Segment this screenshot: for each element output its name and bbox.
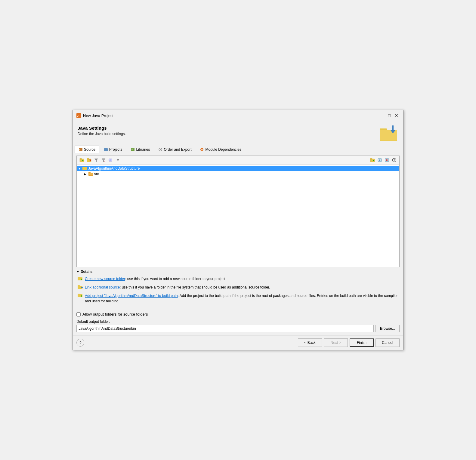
svg-rect-47 xyxy=(78,277,80,278)
svg-text:?: ? xyxy=(394,159,395,162)
help-button[interactable]: ? xyxy=(76,339,84,347)
svg-text:⇒: ⇒ xyxy=(81,286,83,289)
header-section: Java Settings Define the Java build sett… xyxy=(73,121,403,145)
tab-projects[interactable]: Projects xyxy=(100,146,126,153)
footer: ? < Back Next > Finish Cancel xyxy=(73,335,403,350)
details-title: Details xyxy=(81,270,92,274)
tab-order-export[interactable]: Order and Export xyxy=(154,146,195,153)
tab-module-deps[interactable]: M Module Dependencies xyxy=(196,146,245,153)
tab-projects-label: Projects xyxy=(109,147,122,152)
cancel-button[interactable]: Cancel xyxy=(376,338,400,347)
svg-marker-26 xyxy=(94,159,98,162)
allow-output-label[interactable]: Allow output folders for source folders xyxy=(82,312,148,316)
tree-content: ▼ JavaAlgorithmAndDataStructure ▶ xyxy=(77,165,399,267)
svg-rect-12 xyxy=(131,149,134,149)
add-source-folder-button[interactable]: + xyxy=(79,157,85,163)
src-folder-icon xyxy=(88,172,93,176)
svg-rect-21 xyxy=(80,158,82,159)
add-project-icon: + xyxy=(78,293,83,299)
tab-module-deps-label: Module Dependencies xyxy=(205,147,241,152)
bottom-section: Allow output folders for source folders … xyxy=(73,309,403,335)
dropdown-button[interactable] xyxy=(115,157,121,163)
details-item-add-project: + Add project 'JavaAlgorithmAndDataStruc… xyxy=(76,293,400,304)
allow-output-folders-row: Allow output folders for source folders xyxy=(76,312,400,316)
next-button[interactable]: Next > xyxy=(324,338,348,347)
minimize-button[interactable]: – xyxy=(379,113,385,119)
project-icon xyxy=(82,166,87,171)
svg-rect-45 xyxy=(89,173,93,175)
back-button[interactable]: < Back xyxy=(298,338,322,347)
svg-text:S: S xyxy=(79,149,81,151)
svg-text:×: × xyxy=(104,160,105,162)
src-label: src xyxy=(94,172,99,176)
details-arrow: ▼ xyxy=(76,270,79,273)
svg-rect-53 xyxy=(78,294,80,295)
svg-rect-10 xyxy=(105,148,106,149)
filter1-button[interactable] xyxy=(93,157,100,163)
remove2-button[interactable]: × xyxy=(384,157,390,163)
svg-text:+: + xyxy=(379,159,380,162)
help-toolbar-button[interactable]: ? xyxy=(391,157,397,163)
finish-button[interactable]: Finish xyxy=(350,338,374,347)
details-item-add-project-text: Add project 'JavaAlgorithmAndDataStructu… xyxy=(85,293,400,304)
svg-rect-33 xyxy=(370,158,372,159)
maximize-button[interactable]: □ xyxy=(386,113,392,119)
allow-output-checkbox[interactable] xyxy=(76,312,81,316)
source-tab-icon: S xyxy=(79,147,83,152)
compile-button[interactable]: J xyxy=(107,157,114,163)
details-header[interactable]: ▼ Details xyxy=(76,270,400,274)
svg-text:+: + xyxy=(81,278,82,281)
tree-section: + × × J xyxy=(76,156,400,267)
page-title: Java Settings xyxy=(78,125,126,131)
tab-libraries-label: Libraries xyxy=(136,147,150,152)
create-new-source-desc: : use this if you want to add a new sour… xyxy=(125,277,226,281)
project-label: JavaAlgorithmAndDataStructure xyxy=(88,166,140,171)
details-item-create-text: Create new source folder: use this if yo… xyxy=(85,276,400,282)
libraries-tab-icon xyxy=(131,147,135,152)
create-new-source-link[interactable]: Create new source folder xyxy=(85,277,125,281)
footer-buttons: < Back Next > Finish Cancel xyxy=(298,338,400,347)
add3-button[interactable]: + xyxy=(376,157,383,163)
close-button[interactable]: ✕ xyxy=(394,113,400,119)
order-export-tab-icon xyxy=(158,147,162,152)
details-item-create: + Create new source folder: use this if … xyxy=(76,276,400,282)
tree-toolbar-right: + + × ? xyxy=(369,157,397,163)
filter2-button[interactable]: × xyxy=(100,157,107,163)
svg-text:×: × xyxy=(89,159,91,162)
svg-text:J: J xyxy=(77,114,79,117)
link-additional-source-desc: : use this if you have a folder in the f… xyxy=(120,285,270,289)
tree-item-src[interactable]: ▶ src xyxy=(83,171,399,177)
svg-text:M: M xyxy=(201,149,203,151)
svg-text:+: + xyxy=(373,159,374,162)
browse-button[interactable]: Browse... xyxy=(376,325,400,332)
svg-rect-24 xyxy=(87,158,89,159)
output-folder-label-row: Default output folder: xyxy=(76,320,400,324)
java-icon: J xyxy=(76,113,81,118)
main-window: J New Java Project – □ ✕ Java Settings D… xyxy=(73,110,403,350)
remove-source-folder-button[interactable]: × xyxy=(86,157,92,163)
add-project-link[interactable]: Add project 'JavaAlgorithmAndDataStructu… xyxy=(85,294,178,298)
output-folder-input[interactable] xyxy=(76,325,374,332)
link-additional-source-link[interactable]: Link additional source xyxy=(85,285,120,289)
tree-item-project[interactable]: ▼ JavaAlgorithmAndDataStructure xyxy=(77,166,399,171)
expand-arrow-project: ▼ xyxy=(78,167,82,170)
create-source-icon: + xyxy=(78,276,83,282)
tree-toolbar: + × × J xyxy=(77,156,399,165)
folder-icon-large xyxy=(379,125,398,142)
projects-tab-icon xyxy=(104,147,108,152)
output-folder-label: Default output folder: xyxy=(76,320,110,324)
svg-rect-42 xyxy=(82,167,85,168)
tab-libraries[interactable]: Libraries xyxy=(127,146,154,153)
details-section: ▼ Details + Create new source folder: us… xyxy=(76,270,400,304)
module-deps-tab-icon: M xyxy=(200,147,204,152)
window-title: New Java Project xyxy=(83,113,113,118)
add2-button[interactable]: + xyxy=(369,157,376,163)
tab-source[interactable]: S Source xyxy=(75,146,99,153)
svg-text:+: + xyxy=(82,159,84,162)
link-source-icon: ⇒ xyxy=(78,285,83,291)
svg-text:+: + xyxy=(81,295,82,298)
title-controls: – □ ✕ xyxy=(379,113,400,119)
svg-text:×: × xyxy=(386,159,388,162)
main-content: + × × J xyxy=(73,153,403,309)
output-folder-input-row: Browse... xyxy=(76,325,400,332)
